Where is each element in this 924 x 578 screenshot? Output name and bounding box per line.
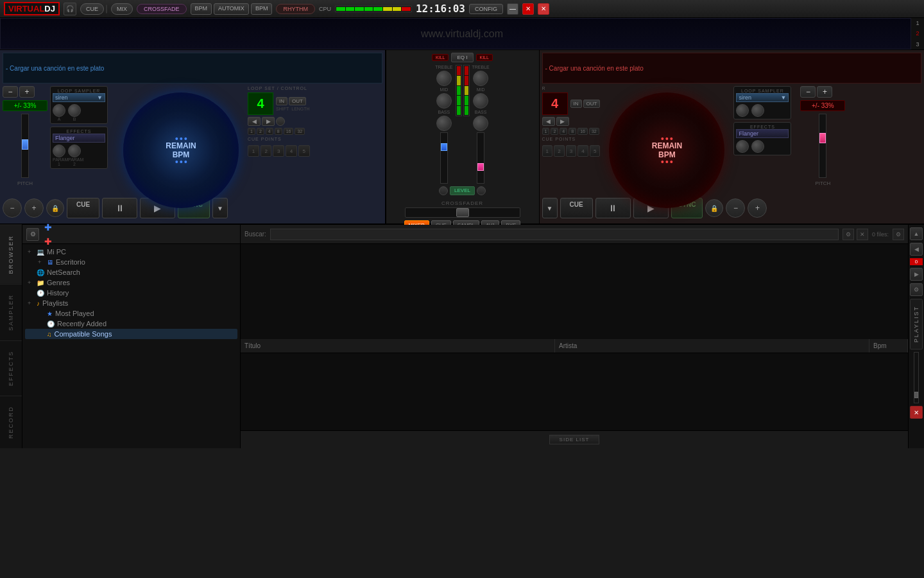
close-button2[interactable]: ✕ xyxy=(538,3,549,15)
left-fader[interactable] xyxy=(440,132,448,184)
right-mid-knob[interactable] xyxy=(473,93,488,109)
right-turntable[interactable]: REMAIN BPM xyxy=(603,86,731,215)
side-list-btn[interactable]: SIDE LIST xyxy=(549,435,600,444)
headphone-icon[interactable]: 🎧 xyxy=(64,3,76,15)
right-bass-knob[interactable] xyxy=(473,116,488,131)
record-tab[interactable]: RECORD xyxy=(0,396,22,448)
browser-icon-1[interactable]: ⚙ xyxy=(26,228,39,241)
tree-item-playlists[interactable]: + ♪ Playlists xyxy=(25,298,237,308)
right-cue-btn[interactable]: CUE xyxy=(560,198,593,218)
add-btn-1[interactable]: ✚ xyxy=(42,221,55,234)
file-count-btn[interactable]: ⚙ xyxy=(893,229,904,240)
right-loop-sampler-select[interactable]: siren ▼ xyxy=(736,93,789,102)
right-fx-knob1[interactable] xyxy=(736,140,749,153)
right-prev-btn[interactable]: ◀ xyxy=(542,117,555,126)
right-effects-select[interactable]: Flanger xyxy=(736,129,789,138)
tree-item-netsearch[interactable]: 🌐 NetSearch xyxy=(25,267,237,277)
crossfade-button[interactable]: CROSSFADE xyxy=(137,4,187,14)
right-turntable-disc[interactable]: REMAIN BPM xyxy=(609,92,724,208)
minimize-button[interactable]: — xyxy=(507,3,518,15)
left-in-btn[interactable]: IN xyxy=(276,97,287,105)
left-cue-4[interactable]: 4 xyxy=(286,145,297,157)
left-cue-2[interactable]: 2 xyxy=(261,145,272,157)
eq-button[interactable]: EQ I xyxy=(451,53,473,62)
left-turntable-disc[interactable]: REMAIN BPM xyxy=(123,92,239,208)
tree-item-desktop[interactable]: + 🖥 Escritorio xyxy=(25,257,237,267)
right-x-button[interactable]: ✕ xyxy=(910,406,923,419)
right-cue-2[interactable]: 2 xyxy=(554,145,565,157)
left-loop-sampler-select[interactable]: siren ▼ xyxy=(53,93,105,102)
right-ctrl-plus[interactable]: + xyxy=(748,198,767,218)
right-minus-btn[interactable]: − xyxy=(800,86,816,98)
right-panel-btn4[interactable]: ⚙ xyxy=(910,283,923,296)
left-minus-btn[interactable]: − xyxy=(3,86,18,98)
left-plus-btn[interactable]: + xyxy=(19,86,35,98)
right-size-2[interactable]: 2 xyxy=(551,128,558,135)
left-cue-5[interactable]: 5 xyxy=(298,145,310,157)
right-slider[interactable] xyxy=(914,352,919,403)
rhythm-button[interactable]: RHYTHM xyxy=(276,4,315,14)
right-panel-btn2[interactable]: ◀ xyxy=(910,243,923,256)
col-titulo[interactable]: Título xyxy=(241,339,555,353)
mixer-round-2[interactable] xyxy=(477,186,486,195)
right-plus-btn[interactable]: + xyxy=(817,86,832,98)
right-out-btn[interactable]: OUT xyxy=(583,100,601,108)
bpm-button[interactable]: BPM xyxy=(191,3,212,15)
right-size-32[interactable]: 32 xyxy=(589,128,599,135)
mixer-round-1[interactable] xyxy=(439,186,448,195)
close-button[interactable]: ✕ xyxy=(522,3,534,15)
right-cue-5[interactable]: 5 xyxy=(590,145,601,157)
search-input[interactable] xyxy=(270,229,839,240)
right-in-btn[interactable]: IN xyxy=(570,100,582,108)
left-pitch-slider[interactable] xyxy=(21,114,29,178)
cue-button[interactable]: CUE xyxy=(80,3,104,15)
bpm2-button[interactable]: BPM xyxy=(251,3,273,15)
right-slider-handle[interactable] xyxy=(914,392,918,398)
tree-item-mypc[interactable]: + 💻 Mi PC xyxy=(25,247,237,257)
right-size-4[interactable]: 4 xyxy=(560,128,567,135)
tree-item-genres[interactable]: + 📁 Genres xyxy=(25,277,237,288)
tree-item-compatible-songs[interactable]: ♫ Compatible Songs xyxy=(25,329,237,339)
right-next-btn[interactable]: ▶ xyxy=(556,117,569,126)
left-fader-handle[interactable] xyxy=(441,143,447,151)
left-treble-knob[interactable] xyxy=(436,71,452,86)
left-sampler-knob-b[interactable] xyxy=(68,104,81,117)
left-sampler-knob-a[interactable] xyxy=(53,104,65,117)
mix-button[interactable]: MIX xyxy=(111,3,133,15)
right-sampler-knob-b[interactable] xyxy=(751,104,764,117)
left-ctrl-minus[interactable]: − xyxy=(3,198,22,218)
left-lock-btn[interactable]: 🔒 xyxy=(46,199,64,217)
left-bass-knob[interactable] xyxy=(436,116,452,131)
right-pitch-handle[interactable] xyxy=(819,133,826,143)
left-size-2[interactable]: 2 xyxy=(257,128,264,135)
left-mid-knob[interactable] xyxy=(436,93,452,109)
tree-item-recently-added[interactable]: 🕐 Recently Added xyxy=(25,319,237,329)
search-settings-btn[interactable]: ⚙ xyxy=(843,229,854,240)
left-next-btn[interactable]: ▶ xyxy=(262,117,275,126)
left-size-4[interactable]: 4 xyxy=(266,128,273,135)
right-panel-btn3[interactable]: ▶ xyxy=(910,268,923,281)
search-clear-btn[interactable]: ✕ xyxy=(857,229,868,240)
right-treble-knob[interactable] xyxy=(473,71,488,86)
left-size-16[interactable]: 16 xyxy=(284,128,294,135)
left-size-1[interactable]: 1 xyxy=(248,128,255,135)
col-artista[interactable]: Artista xyxy=(555,339,869,353)
crossfader-handle[interactable] xyxy=(456,208,469,217)
right-size-8[interactable]: 8 xyxy=(569,128,576,135)
tree-item-history[interactable]: 🕐 History xyxy=(25,288,237,298)
left-round-btn1[interactable] xyxy=(276,117,285,126)
tree-item-most-played[interactable]: ★ Most Played xyxy=(25,308,237,319)
config-button[interactable]: CONFIG xyxy=(469,4,503,14)
right-panel-btn1[interactable]: ▲ xyxy=(910,227,923,240)
right-cue-4[interactable]: 4 xyxy=(578,145,588,157)
col-bpm[interactable]: Bpm xyxy=(869,339,908,353)
right-fader[interactable] xyxy=(477,132,484,184)
left-turntable[interactable]: REMAIN BPM xyxy=(117,86,245,215)
right-cue-1[interactable]: 1 xyxy=(542,145,553,157)
right-fader-handle[interactable] xyxy=(477,163,484,171)
right-sampler-knob-a[interactable] xyxy=(736,104,749,117)
left-effects-select[interactable]: Flanger xyxy=(53,134,105,143)
left-kill-btn[interactable]: KILL xyxy=(432,54,449,61)
right-kill-btn[interactable]: KILL xyxy=(476,54,493,61)
left-ctrl-plus[interactable]: + xyxy=(24,198,44,218)
